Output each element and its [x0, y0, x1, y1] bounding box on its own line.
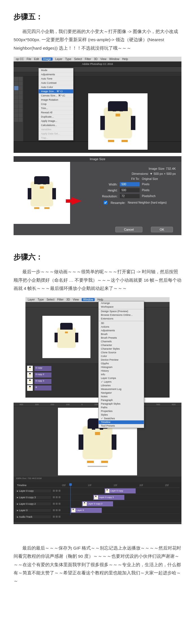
dropdown-item[interactable]: History [99, 369, 144, 373]
menu-item[interactable]: Layer [28, 298, 35, 301]
menu-item[interactable]: Window [82, 298, 95, 301]
dropdown-item[interactable]: Character [99, 343, 144, 347]
dropdown-item[interactable]: Auto Color [39, 85, 73, 89]
dropdown-item[interactable]: Layers [99, 380, 144, 384]
track-controls[interactable] [51, 490, 62, 492]
dropdown-item[interactable]: Trim... [39, 106, 73, 111]
clip[interactable]: 0 [34, 385, 51, 391]
fit-select[interactable]: Original Size [142, 177, 176, 180]
dropdown-item[interactable]: Device Preview [99, 358, 144, 362]
dropdown-item[interactable]: 3D [99, 321, 144, 325]
dropdown-item[interactable]: Image Rotation [39, 98, 73, 102]
track-name[interactable]: ▸ Layer 0 copy [15, 489, 51, 492]
dropdown-item[interactable]: Notes [99, 395, 144, 398]
res-input[interactable]: 72 [120, 194, 140, 198]
menu-item[interactable]: Image [42, 58, 53, 61]
dropdown-item[interactable]: Tool Presets [99, 424, 144, 428]
track-name[interactable]: ▸ Layer 0 copy 3 [15, 496, 51, 499]
track-controls[interactable] [51, 496, 62, 498]
menu-item[interactable]: Edit [34, 58, 39, 61]
menu-item[interactable]: Help [97, 298, 103, 301]
dropdown-item[interactable]: Image Size... ⌘⌥I [39, 89, 73, 94]
dropdown-item[interactable]: Channels [99, 340, 144, 343]
dropdown-item[interactable] [99, 309, 144, 309]
dropdown-item[interactable]: Canvas Size... ⌘⌥C [39, 94, 73, 98]
dropdown-item[interactable]: Duplicate... [39, 115, 73, 119]
image-menu-dropdown[interactable]: ModeAdjustmentsAuto ToneAuto ContrastAut… [38, 68, 73, 140]
menu-item[interactable]: Filter [57, 298, 64, 301]
track-name[interactable]: ▸ Layer 0 [15, 509, 51, 512]
dropdown-item[interactable]: Paragraph Styles [99, 402, 144, 406]
dropdown-item[interactable]: Design Space (Preview) [99, 310, 144, 313]
menu-item[interactable]: File [27, 58, 31, 61]
track-controls[interactable] [51, 509, 62, 511]
dropdown-item[interactable]: Brush [99, 332, 144, 336]
clip[interactable]: 0 copy [34, 366, 51, 371]
timeline-clip[interactable]: Layer 0 [71, 508, 102, 513]
dropdown-item[interactable]: Trap... [39, 136, 73, 140]
window-menu-dropdown[interactable]: ArrangeWorkspaceDesign Space (Preview)Br… [98, 301, 144, 428]
resample-select[interactable]: Nearest Neighbor (hard edges) [128, 201, 176, 204]
clip[interactable]: 0 copy 2 [34, 372, 51, 378]
dropdown-item[interactable]: Adjustments [39, 72, 73, 77]
ok-button[interactable]: OK [151, 227, 173, 232]
menu-item[interactable]: Type [38, 298, 44, 301]
dropdown-item[interactable]: Clone Source [99, 351, 144, 354]
timeline-clip[interactable]: Layer 0 copy [105, 488, 136, 493]
menu-item[interactable]: Select [74, 58, 82, 61]
dropdown-item[interactable]: Measurement Log [99, 387, 144, 391]
menu-item[interactable]: Select [47, 298, 55, 301]
dropdown-item[interactable]: Mode [39, 68, 73, 72]
dropdown-item[interactable]: Info [99, 373, 144, 376]
dropdown-item[interactable]: Workspace [99, 305, 144, 309]
dropdown-item[interactable]: Adjustments [99, 329, 144, 332]
dropdown-item[interactable]: Navigator [99, 391, 144, 395]
menu-item[interactable]: Window [109, 58, 120, 61]
timeline-clip[interactable]: Layer 0 copy 2 [82, 501, 113, 506]
height-input[interactable]: 500 [120, 188, 140, 192]
menu-item[interactable]: Filter [85, 58, 91, 61]
dropdown-item[interactable]: Extensions [99, 317, 144, 321]
menu-item[interactable]: 3D [94, 58, 97, 61]
menu-item[interactable]: View [73, 298, 79, 301]
menu-item[interactable]: View [100, 58, 107, 61]
dropdown-item[interactable]: Properties [99, 409, 144, 413]
dropdown-item[interactable]: Glyphs [99, 362, 144, 365]
dropdown-item[interactable]: Crop [39, 102, 73, 106]
dropdown-item[interactable]: Reveal All [39, 111, 73, 115]
menu-item[interactable]: Type [65, 58, 72, 61]
dropdown-item[interactable]: Swatches [99, 417, 144, 420]
clip[interactable]: 0 copy 3 [34, 379, 51, 384]
timeline-clip[interactable]: Layer 0 copy 3 [93, 495, 124, 500]
cancel-button[interactable]: Cancel [115, 227, 142, 232]
menu-item[interactable]: op CC [16, 58, 24, 61]
dropdown-item[interactable]: Color [99, 354, 144, 358]
dropdown-item[interactable]: Timeline [99, 420, 144, 424]
dropdown-item[interactable]: Paths [99, 406, 144, 409]
track-name[interactable]: ▸ Audio Track [15, 515, 51, 518]
dropdown-item[interactable]: Calculations... [39, 123, 73, 127]
dropdown-item[interactable]: Libraries [99, 384, 144, 387]
res-unit[interactable]: Pixels/Inch [142, 195, 176, 198]
dropdown-item[interactable]: Styles [99, 413, 144, 417]
dropdown-item[interactable]: Apply Data Set... [39, 132, 73, 136]
dropdown-item[interactable] [99, 321, 144, 321]
dropdown-item[interactable]: Actions [99, 325, 144, 329]
dropdown-item[interactable]: Apply Image... [39, 119, 73, 123]
dropdown-item[interactable]: Character Styles [99, 347, 144, 351]
dropdown-item[interactable]: Auto Tone [39, 77, 73, 81]
resample-checkbox[interactable] [104, 201, 107, 204]
dropdown-item[interactable]: Brush Presets [99, 336, 144, 340]
dropdown-item[interactable]: Layer Comps [99, 376, 144, 380]
dropdown-item[interactable]: Variables [39, 127, 73, 132]
dropdown-item[interactable]: Auto Contrast [39, 81, 73, 85]
dropdown-item[interactable]: Histogram [99, 365, 144, 369]
width-unit[interactable]: Pixels [142, 183, 176, 186]
dropdown-item[interactable]: Paragraph [99, 398, 144, 402]
menu-item[interactable]: Help [122, 58, 128, 61]
track-name[interactable]: ▸ Layer 0 copy 2 [15, 502, 51, 505]
track-controls[interactable] [51, 503, 62, 505]
dropdown-item[interactable]: Browse Extensions Online... [99, 313, 144, 317]
height-unit[interactable]: Pixels [142, 189, 176, 192]
dropdown-item[interactable]: Arrange [99, 301, 144, 305]
